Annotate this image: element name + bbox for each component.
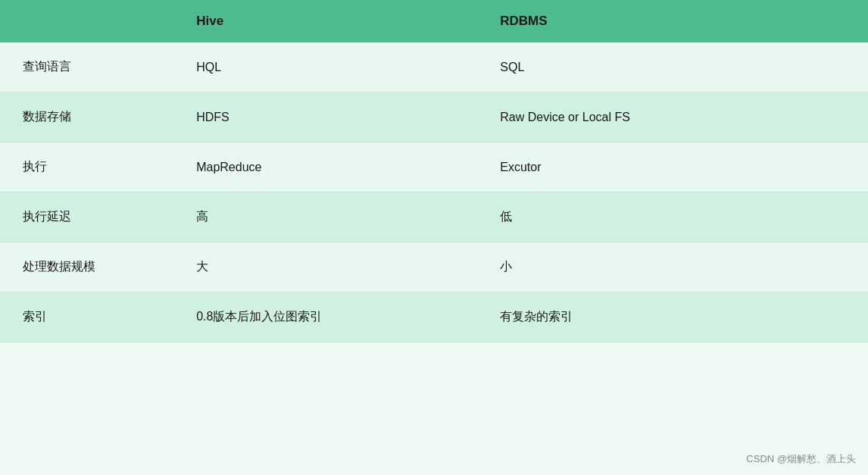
row-hive-value: HDFS xyxy=(173,92,477,142)
row-rdbms-value: 小 xyxy=(477,242,868,292)
row-hive-value: MapReduce xyxy=(173,142,477,192)
table-row: 执行MapReduceExcutor xyxy=(0,142,868,192)
table-row: 处理数据规模大小 xyxy=(0,242,868,292)
row-hive-value: HQL xyxy=(173,42,477,92)
row-rdbms-value: 有复杂的索引 xyxy=(477,292,868,342)
row-rdbms-value: SQL xyxy=(477,42,868,92)
comparison-table: Hive RDBMS 查询语言HQLSQL数据存储HDFSRaw Device … xyxy=(0,0,868,342)
header-rdbms-cell: RDBMS xyxy=(477,0,868,42)
row-hive-value: 大 xyxy=(173,242,477,292)
row-label: 索引 xyxy=(0,292,173,342)
row-label: 处理数据规模 xyxy=(0,242,173,292)
row-hive-value: 0.8版本后加入位图索引 xyxy=(173,292,477,342)
row-rdbms-value: Raw Device or Local FS xyxy=(477,92,868,142)
row-rdbms-value: 低 xyxy=(477,192,868,242)
row-rdbms-value: Excutor xyxy=(477,142,868,192)
row-label: 数据存储 xyxy=(0,92,173,142)
table-row: 执行延迟高低 xyxy=(0,192,868,242)
table-row: 索引0.8版本后加入位图索引有复杂的索引 xyxy=(0,292,868,342)
row-label: 执行延迟 xyxy=(0,192,173,242)
row-hive-value: 高 xyxy=(173,192,477,242)
header-hive-cell: Hive xyxy=(173,0,477,42)
table-header-row: Hive RDBMS xyxy=(0,0,868,42)
row-label: 查询语言 xyxy=(0,42,173,92)
watermark: CSDN @烟解愁、酒上头 xyxy=(746,452,856,466)
row-label: 执行 xyxy=(0,142,173,192)
table-container: Hive RDBMS 查询语言HQLSQL数据存储HDFSRaw Device … xyxy=(0,0,868,475)
header-label-cell xyxy=(0,0,173,42)
table-row: 数据存储HDFSRaw Device or Local FS xyxy=(0,92,868,142)
table-row: 查询语言HQLSQL xyxy=(0,42,868,92)
